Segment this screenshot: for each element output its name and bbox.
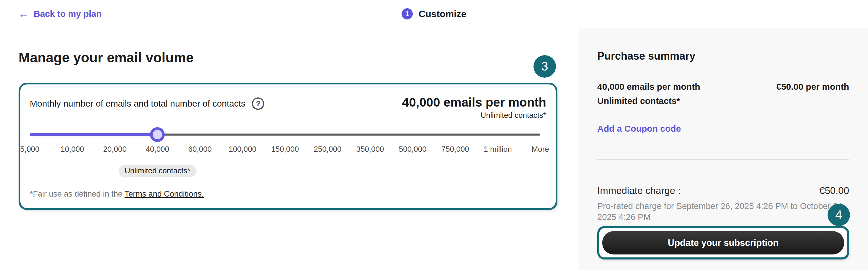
plan-volume: 40,000 emails per month — [597, 81, 700, 93]
page-title: Manage your email volume — [19, 50, 559, 65]
selected-volume: 40,000 emails per month — [402, 95, 546, 110]
slider-label: Monthly number of emails and total numbe… — [30, 99, 245, 109]
step-indicator: 1 Customize — [402, 0, 466, 28]
main-panel: Manage your email volume Monthly number … — [0, 28, 579, 270]
annotation-badge-4: 4 — [828, 204, 850, 226]
slider-tick: 500,000 — [399, 145, 427, 154]
help-icon[interactable]: ? — [252, 97, 264, 110]
slider-tick: More — [531, 145, 549, 154]
contacts-tag-row: Unlimited contacts* — [30, 165, 540, 177]
plan-price: €50.00 per month — [776, 81, 849, 93]
slider-tick: 5,000 — [20, 145, 39, 154]
top-bar: ← Back to my plan 1 Customize — [0, 0, 868, 28]
email-volume-card: Monthly number of emails and total numbe… — [19, 83, 557, 210]
slider-tick: 150,000 — [271, 145, 299, 154]
slider-tick: 10,000 — [61, 145, 84, 154]
slider-tick: 250,000 — [314, 145, 342, 154]
slider-thumb[interactable] — [150, 127, 165, 142]
back-link[interactable]: ← Back to my plan — [18, 0, 101, 28]
content-area: Manage your email volume Monthly number … — [0, 28, 868, 270]
cta-highlight-outline: Update your subscription — [597, 226, 849, 260]
slider-tick: 1 million — [484, 145, 512, 154]
back-link-label: Back to my plan — [34, 9, 101, 19]
purchase-summary-panel: Purchase summary 40,000 emails per month… — [579, 28, 868, 270]
email-volume-slider[interactable] — [30, 127, 540, 142]
terms-and-conditions-link[interactable]: Terms and Conditions. — [125, 189, 204, 199]
slider-tick-labels: 5,000 10,000 20,000 40,000 60,000 100,00… — [30, 145, 540, 154]
unlimited-contacts-tag: Unlimited contacts* — [119, 165, 196, 177]
immediate-charge-row: Immediate charge : €50.00 — [597, 185, 849, 197]
summary-divider — [597, 159, 849, 160]
selected-contacts: Unlimited contacts* — [402, 110, 546, 120]
selected-value-group: 40,000 emails per month Unlimited contac… — [402, 95, 546, 120]
purchase-summary-title: Purchase summary — [597, 50, 849, 63]
update-subscription-button[interactable]: Update your subscription — [602, 231, 844, 254]
step-number-badge: 1 — [402, 8, 413, 20]
slider-tick: 100,000 — [228, 145, 256, 154]
slider-tick: 350,000 — [356, 145, 384, 154]
slider-track-fill — [30, 133, 157, 137]
plan-summary-row: 40,000 emails per month €50.00 per month — [597, 81, 849, 93]
slider-tick: 60,000 — [188, 145, 212, 154]
footnote-text: *Fair use as defined in the — [30, 189, 125, 199]
back-arrow-icon: ← — [18, 8, 29, 19]
charge-label: Immediate charge : — [597, 185, 681, 197]
slider-tick: 40,000 — [146, 145, 169, 154]
charge-amount: €50.00 — [819, 185, 849, 197]
card-header-row: Monthly number of emails and total numbe… — [30, 95, 546, 120]
slider-label-group: Monthly number of emails and total numbe… — [30, 97, 264, 110]
slider-tick: 750,000 — [441, 145, 469, 154]
annotation-badge-3: 3 — [533, 55, 556, 78]
add-coupon-link[interactable]: Add a Coupon code — [597, 123, 681, 134]
slider-tick: 20,000 — [103, 145, 127, 154]
fair-use-footnote: *Fair use as defined in the Terms and Co… — [30, 189, 546, 199]
prorate-note: Pro-rated charge for September 26, 2025 … — [597, 201, 850, 222]
plan-contacts: Unlimited contacts* — [597, 95, 849, 107]
step-label: Customize — [418, 8, 466, 20]
